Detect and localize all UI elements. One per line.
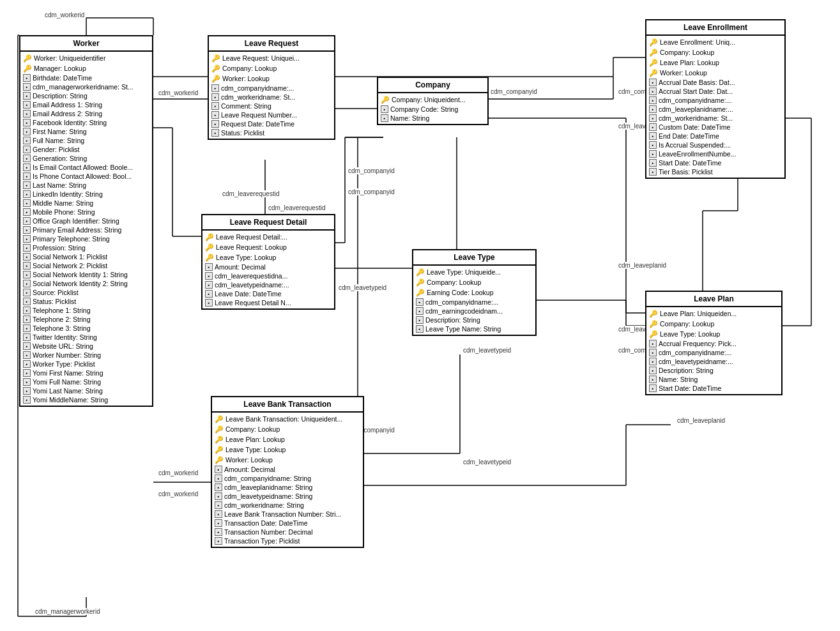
leave-request-entity: Leave Request 🔑Leave Request: Uniquei...… xyxy=(208,35,335,140)
label-cdm-workerid-lbt: cdm_workerid xyxy=(158,469,198,476)
label-cdm-companyid-lrd2: cdm_companyid xyxy=(348,188,395,195)
label-cdm-workerid-top: cdm_workerid xyxy=(45,11,84,19)
label-cdm-leaveplanid-lbt: cdm_leaveplanid xyxy=(677,417,725,424)
label-cdm-companyid-co: cdm_companyid xyxy=(491,88,537,95)
leave-type-entity: Leave Type 🔑Leave Type: Uniqueide... 🔑Co… xyxy=(412,249,537,336)
label-cdm-leaverequestid: cdm_leaverequestid xyxy=(222,190,280,197)
label-cdm-leaveplanid-2: cdm_leaveplanid xyxy=(618,262,666,269)
company-body: 🔑Company: Uniqueident... ▪Company Code: … xyxy=(378,93,487,124)
label-cdm-companyid-lrd: cdm_companyid xyxy=(348,167,395,174)
leave-enrollment-body: 🔑Leave Enrollment: Uniq... 🔑Company: Loo… xyxy=(646,36,784,178)
leave-request-detail-title: Leave Request Detail xyxy=(202,215,334,231)
worker-body: 🔑Worker: Uniqueidentifier 🔑Manager: Look… xyxy=(20,52,152,406)
worker-entity: Worker 🔑Worker: Uniqueidentifier 🔑Manage… xyxy=(19,35,153,407)
leave-bank-transaction-title: Leave Bank Transaction xyxy=(212,397,363,413)
label-cdm-workerid-leavereq: cdm_workerid xyxy=(158,89,198,96)
label-cdm-workerid-lbt2: cdm_workerid xyxy=(158,490,198,498)
leave-type-title: Leave Type xyxy=(413,250,535,266)
leave-bank-transaction-entity: Leave Bank Transaction 🔑Leave Bank Trans… xyxy=(211,396,364,548)
worker-title: Worker xyxy=(20,36,152,52)
label-cdm-managerworkerid: cdm_managerworkerid xyxy=(35,608,100,615)
leave-plan-title: Leave Plan xyxy=(646,292,781,307)
company-entity: Company 🔑Company: Uniqueident... ▪Compan… xyxy=(377,77,489,125)
leave-request-detail-body: 🔑Leave Request Detail:... 🔑Leave Request… xyxy=(202,231,334,308)
leave-plan-entity: Leave Plan 🔑Leave Plan: Uniqueiden... 🔑C… xyxy=(645,291,783,395)
diagram-container: cdm_workerid cdm_workerid cdm_workerid c… xyxy=(0,0,840,631)
leave-request-body: 🔑Leave Request: Uniquei... 🔑Company: Loo… xyxy=(209,52,334,139)
label-cdm-leavetypeid-4: cdm_leavetypeid xyxy=(463,459,511,466)
leave-request-title: Leave Request xyxy=(209,36,334,52)
leave-enrollment-title: Leave Enrollment xyxy=(646,20,784,36)
label-cdm-leaverequestid-2: cdm_leaverequestid xyxy=(268,204,326,211)
leave-enrollment-entity: Leave Enrollment 🔑Leave Enrollment: Uniq… xyxy=(645,19,786,179)
company-title: Company xyxy=(378,78,487,93)
label-cdm-leavetypeid-1: cdm_leavetypeid xyxy=(339,284,386,291)
leave-plan-body: 🔑Leave Plan: Uniqueiden... 🔑Company: Loo… xyxy=(646,307,781,394)
leave-type-body: 🔑Leave Type: Uniqueide... 🔑Company: Look… xyxy=(413,266,535,335)
label-cdm-leavetypeid-3: cdm_leavetypeid xyxy=(463,347,511,354)
leave-request-detail-entity: Leave Request Detail 🔑Leave Request Deta… xyxy=(201,214,335,310)
leave-bank-transaction-body: 🔑Leave Bank Transaction: Uniqueident... … xyxy=(212,413,363,547)
